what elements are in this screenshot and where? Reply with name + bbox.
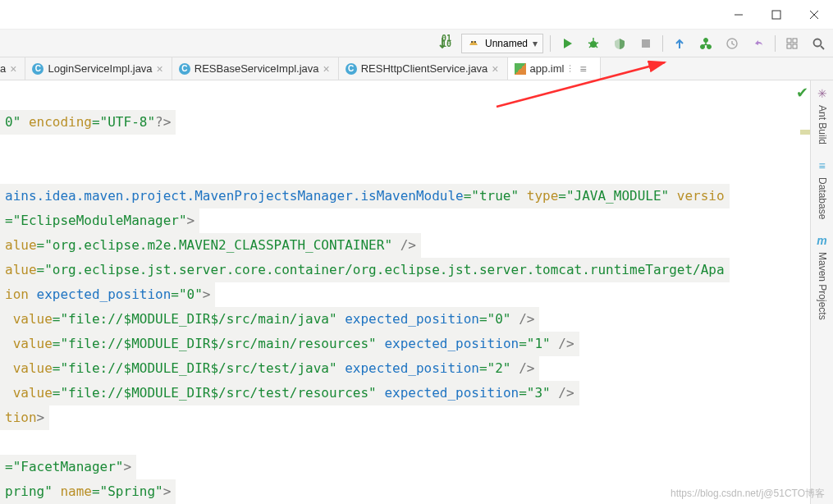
editor-tabs: a × C LoginServiceImpl.java × C RESBaseS… bbox=[0, 57, 833, 80]
run-config-name: Unnamed bbox=[485, 38, 528, 49]
maven-icon: m bbox=[817, 234, 826, 247]
title-bar bbox=[0, 0, 833, 30]
svg-line-8 bbox=[588, 43, 591, 44]
vcs-history-button[interactable] bbox=[722, 34, 742, 53]
ant-label: Ant Build bbox=[817, 105, 828, 144]
svg-point-4 bbox=[471, 41, 473, 43]
tab-label: a bbox=[0, 62, 6, 75]
tab-label: LoginServiceImpl.java bbox=[48, 62, 152, 75]
tomcat-icon bbox=[467, 35, 480, 51]
vcs-commit-button[interactable] bbox=[696, 34, 716, 53]
svg-line-11 bbox=[596, 46, 597, 48]
svg-rect-17 bbox=[787, 39, 791, 43]
tab-label: RESHttpClientService.java bbox=[361, 62, 488, 75]
close-window-button[interactable] bbox=[795, 0, 833, 30]
class-icon: C bbox=[179, 63, 190, 75]
svg-point-13 bbox=[704, 38, 708, 42]
svg-line-22 bbox=[821, 46, 824, 49]
svg-rect-19 bbox=[787, 44, 791, 48]
minimize-button[interactable] bbox=[720, 0, 757, 30]
svg-rect-1 bbox=[772, 11, 780, 19]
tab-login-service[interactable]: C LoginServiceImpl.java × bbox=[25, 57, 172, 80]
stop-button[interactable] bbox=[636, 34, 656, 53]
database-tool[interactable]: ≡ Database bbox=[817, 159, 828, 219]
search-everywhere-button[interactable] bbox=[808, 34, 828, 53]
tab-label: RESBaseServiceImpl.java bbox=[195, 62, 319, 75]
close-icon[interactable]: × bbox=[492, 62, 498, 76]
coverage-button[interactable] bbox=[610, 34, 629, 53]
close-icon[interactable]: × bbox=[10, 62, 16, 76]
tab-res-base-service[interactable]: C RESBaseServiceImpl.java × bbox=[172, 57, 339, 80]
main-toolbar: 0110 Unnamed ▾ bbox=[0, 30, 833, 57]
scroll-marker bbox=[800, 130, 810, 135]
ant-build-tool[interactable]: ✳ Ant Build bbox=[817, 87, 828, 144]
run-button[interactable] bbox=[557, 34, 577, 53]
close-icon[interactable]: × bbox=[323, 62, 330, 76]
chevron-down-icon: ▾ bbox=[533, 38, 538, 49]
inspection-ok-icon[interactable]: ✔ bbox=[796, 84, 808, 102]
tab-partial[interactable]: a × bbox=[0, 57, 25, 80]
class-icon: C bbox=[346, 63, 357, 75]
watermark: https://blog.csdn.net/j@51CTO博客 bbox=[671, 487, 825, 501]
db-label: Database bbox=[817, 177, 828, 219]
maximize-button[interactable] bbox=[757, 0, 795, 30]
svg-rect-20 bbox=[793, 44, 797, 48]
vcs-update-button[interactable] bbox=[670, 34, 689, 53]
tab-label: app.iml bbox=[530, 62, 565, 75]
right-tool-rail: ✳ Ant Build ≡ Database m Maven Projects bbox=[810, 80, 833, 504]
toolbar-divider-2 bbox=[662, 35, 663, 52]
maven-projects-tool[interactable]: m Maven Projects bbox=[817, 234, 828, 320]
iml-icon bbox=[515, 63, 526, 75]
svg-rect-18 bbox=[793, 39, 797, 43]
build-icon[interactable]: 0110 bbox=[435, 34, 455, 53]
close-icon[interactable]: × bbox=[157, 62, 163, 76]
ant-icon: ✳ bbox=[817, 87, 827, 100]
tab-app-iml[interactable]: app.iml … ≡ bbox=[508, 57, 601, 80]
maven-label: Maven Projects bbox=[817, 252, 828, 320]
undo-button[interactable] bbox=[748, 34, 768, 53]
toolbar-divider bbox=[550, 35, 551, 52]
tab-res-http-client[interactable]: C RESHttpClientService.java × bbox=[339, 57, 508, 80]
project-structure-button[interactable] bbox=[782, 34, 802, 53]
database-icon: ≡ bbox=[818, 159, 825, 172]
tab-menu-icon[interactable]: ≡ bbox=[579, 62, 586, 76]
class-icon: C bbox=[32, 63, 43, 75]
svg-rect-12 bbox=[642, 39, 650, 48]
svg-point-21 bbox=[814, 39, 822, 46]
svg-line-9 bbox=[596, 43, 598, 44]
toolbar-divider-3 bbox=[775, 35, 776, 52]
debug-button[interactable] bbox=[584, 34, 603, 53]
svg-point-5 bbox=[474, 41, 476, 43]
code-editor[interactable]: 0" encoding="UTF-8"?> ains.idea.maven.pr… bbox=[0, 80, 799, 504]
tab-overflow-icon[interactable]: … bbox=[568, 64, 578, 73]
svg-line-10 bbox=[589, 46, 591, 48]
run-config-selector[interactable]: Unnamed ▾ bbox=[461, 34, 543, 53]
